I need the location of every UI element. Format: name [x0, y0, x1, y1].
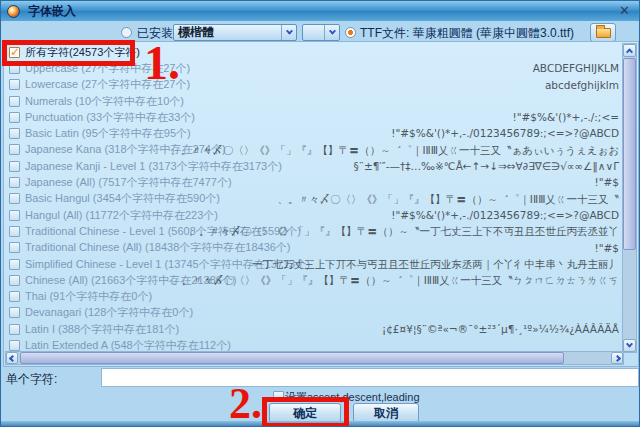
installed-font-select[interactable]: 標楷體: [173, 24, 297, 41]
font-style-select[interactable]: [302, 24, 340, 41]
checkbox-icon[interactable]: [9, 112, 20, 123]
ttf-file-label: TTF文件: 華康粗圓體 (華康中圓體3.0.ttf): [360, 25, 574, 42]
installed-font-radio[interactable]: [121, 27, 132, 38]
list-item[interactable]: Japanese Kanji - Level 1 (3173个字符中存在3173…: [5, 158, 623, 174]
checkbox-icon[interactable]: [9, 96, 20, 107]
font-source-toolbar: 已安装: 標楷體 TTF文件: 華康粗圓體 (華康中圓體3.0.ttf): [1, 21, 640, 43]
checkbox-icon[interactable]: [9, 177, 20, 188]
list-item-label: Lowercase (27个字符中存在27个): [25, 77, 190, 92]
list-item[interactable]: Basic Hangul (3454个字符中存在590个)、。〃々〆〇〈〉《》「…: [5, 191, 623, 207]
checkbox-icon[interactable]: [9, 242, 20, 253]
chevron-down-icon[interactable]: [281, 25, 296, 40]
list-item-preview: 、。〃々〆〇〈〉《》「」『』【】〒〓（）～〝一丁七丈三上下不丏丑且丕世丘丙丟丞並…: [189, 225, 620, 239]
list-item[interactable]: 所有字符(24573个字符): [5, 44, 623, 60]
list-item-label: Latin I (388个字符中存在181个): [25, 322, 179, 337]
scroll-down-icon[interactable]: [623, 339, 636, 352]
list-item-preview: !"#$%&'()*+,-./:;<=: [513, 111, 619, 123]
checkbox-icon[interactable]: [9, 144, 20, 155]
list-item-preview: 、。〃々〆〇〈〉《》「」『』【】〒〓（）～゛゜｜ⅠⅡⅢ乂ㄍ一〸三又〝ㄅㄆㄇㄈㄉㄊ…: [171, 274, 619, 288]
annotation-step-2: 2.: [229, 382, 262, 426]
list-item[interactable]: Japanese Kana (318个字符中存在274个)、。〃々〆〇〈〉《》「…: [5, 142, 623, 158]
ascent-checkbox[interactable]: [273, 391, 284, 402]
folder-icon: [596, 28, 611, 38]
single-char-label: 单个字符:: [6, 371, 57, 388]
list-item-label: Hangul (All) (11772个字符中存在223个): [25, 208, 218, 223]
list-item-label: Punctuation (33个字符中存在33个): [25, 110, 195, 125]
checkbox-icon[interactable]: [9, 307, 20, 318]
list-item[interactable]: Punctuation (33个字符中存在33个)!"#$%&'()*+,-./…: [5, 109, 623, 125]
installed-font-value: 標楷體: [174, 24, 281, 41]
list-item-preview: !"#$%&'()*+,-./0123456789:;<=>?@ABCD: [391, 127, 619, 139]
list-item-preview: !"#$%&'()*+,-./0123456789:;<=>?@ABCD: [391, 209, 619, 221]
vertical-scroll-thumb[interactable]: [623, 58, 636, 250]
list-item-label: Devanagari (128个字符中存在0个): [25, 305, 193, 320]
list-item-label: Uppercase (27个字符中存在27个): [25, 61, 190, 76]
list-item-preview: ¡¢£¤¥¦§¨©ª«¬®¯°±²³´µ¶·¸¹º»¼½¾¿ÀÁÂÃÄÅ: [382, 323, 619, 335]
list-item-preview: 、。〃々〆〇〈〉《》「」『』【】〒〓（）～゛゜｜ⅠⅡⅢ乂ㄍ一〸三又〝: [278, 193, 619, 207]
list-item[interactable]: Traditional Chinese (All) (18438个字符中存在18…: [5, 240, 623, 256]
list-item[interactable]: Chinese (All) (21663个字符中存在21386个)、。〃々〆〇〈…: [5, 272, 623, 288]
checkbox-icon[interactable]: [9, 275, 20, 286]
list-item-label: Traditional Chinese (All) (18438个字符中存在18…: [25, 240, 291, 255]
checkbox-icon[interactable]: [9, 340, 20, 351]
list-item[interactable]: Numerals (10个字符中存在10个): [5, 93, 623, 109]
checkbox-icon[interactable]: [9, 259, 20, 270]
checkbox-icon[interactable]: [9, 161, 20, 172]
app-icon: [7, 5, 20, 18]
checked-checkbox-icon[interactable]: [9, 47, 20, 58]
checkbox-icon[interactable]: [9, 324, 20, 335]
list-item-preview: §¨±¶′″‐—†‡…‰※℃Å←↑→↓⇒⇔∀∂∃∇∈∋√∝∞∠‖∧∨Γ: [353, 160, 619, 172]
chevron-down-icon[interactable]: [324, 25, 339, 40]
list-item[interactable]: Latin I (388个字符中存在181个)¡¢£¤¥¦§¨©ª«¬®¯°±²…: [5, 321, 623, 337]
checkbox-icon[interactable]: [9, 128, 20, 139]
list-item-label: Japanese Kanji - Level 1 (3173个字符中存在3173…: [25, 159, 282, 174]
browse-ttf-button[interactable]: [590, 23, 616, 42]
cancel-button[interactable]: 取消: [353, 403, 419, 423]
list-item-preview: abcdefghijklm: [545, 79, 619, 91]
horizontal-scroll-thumb[interactable]: [20, 352, 564, 364]
list-item[interactable]: Hangul (All) (11772个字符中存在223个)!"#$%&'()*…: [5, 207, 623, 223]
list-item-preview: !"#$: [594, 176, 619, 188]
list-item-preview: ABCDEFGHIJKLM: [533, 62, 619, 74]
list-item-label: Numerals (10个字符中存在10个): [25, 94, 184, 109]
list-item[interactable]: Simplified Chinese - Level 1 (13745个字符中存…: [5, 256, 623, 272]
scroll-right-icon[interactable]: [611, 352, 623, 364]
close-icon[interactable]: ✕: [619, 3, 630, 18]
checkbox-icon[interactable]: [9, 193, 20, 204]
ttf-file-radio[interactable]: [345, 27, 356, 38]
list-item-preview: !"#$: [594, 242, 619, 254]
list-item-preview: 、。〃々〆〇〈〉《》「」『』【】〒〓（）～゛゜｜ⅠⅡⅢ乂ㄍ一〸三又〝ぁあぃいぅう…: [170, 144, 619, 158]
charset-list: 所有字符(24573个字符)Uppercase (27个字符中存在27个)ABC…: [5, 44, 623, 354]
horizontal-scrollbar[interactable]: [5, 351, 624, 365]
list-item[interactable]: Japanese (All) (7517个字符中存在7477个)!"#$: [5, 174, 623, 190]
checkbox-icon[interactable]: [9, 210, 20, 221]
list-item[interactable]: Traditional Chinese - Level 1 (5608个字符中存…: [5, 223, 623, 239]
list-item[interactable]: Basic Latin (95个字符中存在95个)!"#$%&'()*+,-./…: [5, 125, 623, 141]
list-item-preview: 一丁七万丈三上下丌不与丐丑且丕世丘丙业东丞两｜个丫彳中丰串丶丸丹主丽丿: [252, 258, 619, 272]
list-item-label: Basic Hangul (3454个字符中存在590个): [25, 191, 220, 206]
list-item-label: Thai (91个字符中存在0个): [25, 289, 152, 304]
checkbox-icon[interactable]: [9, 79, 20, 90]
installed-font-label: 已安装:: [137, 25, 176, 42]
list-item-label: 所有字符(24573个字符): [25, 45, 140, 60]
charset-list-panel: 所有字符(24573个字符)Uppercase (27个字符中存在27个)ABC…: [3, 41, 639, 367]
list-item[interactable]: Lowercase (27个字符中存在27个)abcdefghijklm: [5, 77, 623, 93]
list-item[interactable]: Devanagari (128个字符中存在0个): [5, 305, 623, 321]
font-embed-dialog: 字体嵌入 ✕ 已安装: 標楷體 TTF文件: 華康粗圓體 (華康中圓體3.0.t…: [0, 0, 640, 427]
scroll-left-icon[interactable]: [6, 352, 18, 364]
checkbox-icon[interactable]: [9, 63, 20, 74]
list-item[interactable]: Thai (91个字符中存在0个): [5, 288, 623, 304]
checkbox-icon[interactable]: [9, 226, 20, 237]
list-item-label: Basic Latin (95个字符中存在95个): [25, 126, 191, 141]
dialog-title: 字体嵌入: [28, 3, 76, 20]
vertical-scrollbar[interactable]: [622, 43, 637, 353]
title-bar[interactable]: 字体嵌入 ✕: [1, 1, 639, 21]
list-item[interactable]: Uppercase (27个字符中存在27个)ABCDEFGHIJKLM: [5, 60, 623, 76]
scroll-up-icon[interactable]: [623, 44, 636, 57]
ok-button[interactable]: 确定: [269, 403, 341, 423]
list-item-label: Japanese (All) (7517个字符中存在7477个): [25, 175, 232, 190]
checkbox-icon[interactable]: [9, 291, 20, 302]
single-char-input[interactable]: [101, 368, 639, 387]
